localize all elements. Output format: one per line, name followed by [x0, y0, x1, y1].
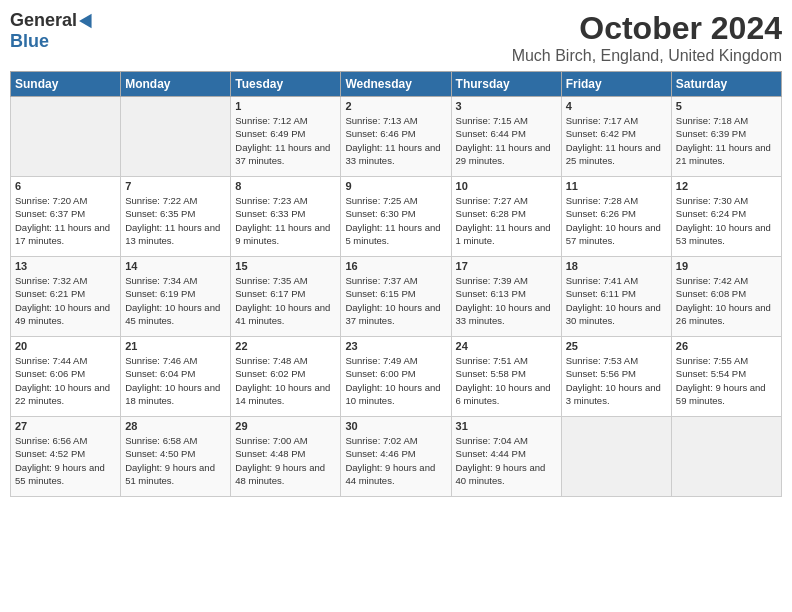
day-number: 26 — [676, 340, 777, 352]
day-number: 23 — [345, 340, 446, 352]
calendar-cell: 9Sunrise: 7:25 AMSunset: 6:30 PMDaylight… — [341, 177, 451, 257]
day-number: 5 — [676, 100, 777, 112]
weekday-header-wednesday: Wednesday — [341, 72, 451, 97]
calendar-cell: 23Sunrise: 7:49 AMSunset: 6:00 PMDayligh… — [341, 337, 451, 417]
day-details: Sunrise: 7:17 AMSunset: 6:42 PMDaylight:… — [566, 114, 667, 167]
calendar-cell: 18Sunrise: 7:41 AMSunset: 6:11 PMDayligh… — [561, 257, 671, 337]
day-number: 12 — [676, 180, 777, 192]
weekday-header-sunday: Sunday — [11, 72, 121, 97]
day-details: Sunrise: 7:27 AMSunset: 6:28 PMDaylight:… — [456, 194, 557, 247]
day-details: Sunrise: 7:55 AMSunset: 5:54 PMDaylight:… — [676, 354, 777, 407]
day-number: 28 — [125, 420, 226, 432]
day-number: 16 — [345, 260, 446, 272]
calendar-cell: 13Sunrise: 7:32 AMSunset: 6:21 PMDayligh… — [11, 257, 121, 337]
day-number: 11 — [566, 180, 667, 192]
day-number: 21 — [125, 340, 226, 352]
calendar-cell: 19Sunrise: 7:42 AMSunset: 6:08 PMDayligh… — [671, 257, 781, 337]
day-number: 17 — [456, 260, 557, 272]
day-number: 27 — [15, 420, 116, 432]
day-number: 4 — [566, 100, 667, 112]
calendar-cell: 28Sunrise: 6:58 AMSunset: 4:50 PMDayligh… — [121, 417, 231, 497]
day-number: 2 — [345, 100, 446, 112]
day-details: Sunrise: 7:18 AMSunset: 6:39 PMDaylight:… — [676, 114, 777, 167]
calendar-cell: 11Sunrise: 7:28 AMSunset: 6:26 PMDayligh… — [561, 177, 671, 257]
day-number: 13 — [15, 260, 116, 272]
day-number: 30 — [345, 420, 446, 432]
page-header: General Blue October 2024 Much Birch, En… — [10, 10, 782, 65]
calendar-cell: 10Sunrise: 7:27 AMSunset: 6:28 PMDayligh… — [451, 177, 561, 257]
day-number: 18 — [566, 260, 667, 272]
day-details: Sunrise: 7:13 AMSunset: 6:46 PMDaylight:… — [345, 114, 446, 167]
calendar-cell: 3Sunrise: 7:15 AMSunset: 6:44 PMDaylight… — [451, 97, 561, 177]
day-details: Sunrise: 7:37 AMSunset: 6:15 PMDaylight:… — [345, 274, 446, 327]
day-details: Sunrise: 7:04 AMSunset: 4:44 PMDaylight:… — [456, 434, 557, 487]
calendar-week-row: 20Sunrise: 7:44 AMSunset: 6:06 PMDayligh… — [11, 337, 782, 417]
calendar-cell: 24Sunrise: 7:51 AMSunset: 5:58 PMDayligh… — [451, 337, 561, 417]
calendar-cell: 31Sunrise: 7:04 AMSunset: 4:44 PMDayligh… — [451, 417, 561, 497]
calendar-cell: 29Sunrise: 7:00 AMSunset: 4:48 PMDayligh… — [231, 417, 341, 497]
day-number: 19 — [676, 260, 777, 272]
calendar-cell: 30Sunrise: 7:02 AMSunset: 4:46 PMDayligh… — [341, 417, 451, 497]
title-area: October 2024 Much Birch, England, United… — [512, 10, 782, 65]
day-details: Sunrise: 7:32 AMSunset: 6:21 PMDaylight:… — [15, 274, 116, 327]
day-details: Sunrise: 7:22 AMSunset: 6:35 PMDaylight:… — [125, 194, 226, 247]
calendar-cell — [561, 417, 671, 497]
day-details: Sunrise: 6:58 AMSunset: 4:50 PMDaylight:… — [125, 434, 226, 487]
calendar-cell: 22Sunrise: 7:48 AMSunset: 6:02 PMDayligh… — [231, 337, 341, 417]
calendar-cell: 1Sunrise: 7:12 AMSunset: 6:49 PMDaylight… — [231, 97, 341, 177]
logo-blue-text: Blue — [10, 31, 49, 51]
day-details: Sunrise: 6:56 AMSunset: 4:52 PMDaylight:… — [15, 434, 116, 487]
calendar-cell — [121, 97, 231, 177]
calendar-week-row: 27Sunrise: 6:56 AMSunset: 4:52 PMDayligh… — [11, 417, 782, 497]
calendar-cell: 16Sunrise: 7:37 AMSunset: 6:15 PMDayligh… — [341, 257, 451, 337]
calendar-location: Much Birch, England, United Kingdom — [512, 47, 782, 65]
calendar-title: October 2024 — [512, 10, 782, 47]
day-details: Sunrise: 7:53 AMSunset: 5:56 PMDaylight:… — [566, 354, 667, 407]
logo-general-text: General — [10, 10, 77, 31]
calendar-cell: 26Sunrise: 7:55 AMSunset: 5:54 PMDayligh… — [671, 337, 781, 417]
logo-icon — [79, 11, 97, 29]
svg-marker-0 — [79, 11, 97, 28]
day-number: 6 — [15, 180, 116, 192]
day-number: 3 — [456, 100, 557, 112]
day-details: Sunrise: 7:49 AMSunset: 6:00 PMDaylight:… — [345, 354, 446, 407]
day-number: 10 — [456, 180, 557, 192]
day-details: Sunrise: 7:34 AMSunset: 6:19 PMDaylight:… — [125, 274, 226, 327]
day-number: 8 — [235, 180, 336, 192]
day-number: 9 — [345, 180, 446, 192]
weekday-header-thursday: Thursday — [451, 72, 561, 97]
day-details: Sunrise: 7:00 AMSunset: 4:48 PMDaylight:… — [235, 434, 336, 487]
day-number: 31 — [456, 420, 557, 432]
weekday-header-tuesday: Tuesday — [231, 72, 341, 97]
weekday-header-monday: Monday — [121, 72, 231, 97]
day-number: 20 — [15, 340, 116, 352]
calendar-cell — [11, 97, 121, 177]
calendar-cell: 21Sunrise: 7:46 AMSunset: 6:04 PMDayligh… — [121, 337, 231, 417]
day-details: Sunrise: 7:23 AMSunset: 6:33 PMDaylight:… — [235, 194, 336, 247]
calendar-cell: 2Sunrise: 7:13 AMSunset: 6:46 PMDaylight… — [341, 97, 451, 177]
calendar-week-row: 6Sunrise: 7:20 AMSunset: 6:37 PMDaylight… — [11, 177, 782, 257]
weekday-header-saturday: Saturday — [671, 72, 781, 97]
day-number: 1 — [235, 100, 336, 112]
calendar-cell: 25Sunrise: 7:53 AMSunset: 5:56 PMDayligh… — [561, 337, 671, 417]
calendar-cell: 8Sunrise: 7:23 AMSunset: 6:33 PMDaylight… — [231, 177, 341, 257]
calendar-cell: 5Sunrise: 7:18 AMSunset: 6:39 PMDaylight… — [671, 97, 781, 177]
calendar-cell: 4Sunrise: 7:17 AMSunset: 6:42 PMDaylight… — [561, 97, 671, 177]
calendar-cell: 6Sunrise: 7:20 AMSunset: 6:37 PMDaylight… — [11, 177, 121, 257]
calendar-cell — [671, 417, 781, 497]
day-details: Sunrise: 7:12 AMSunset: 6:49 PMDaylight:… — [235, 114, 336, 167]
day-details: Sunrise: 7:44 AMSunset: 6:06 PMDaylight:… — [15, 354, 116, 407]
day-details: Sunrise: 7:39 AMSunset: 6:13 PMDaylight:… — [456, 274, 557, 327]
calendar-cell: 7Sunrise: 7:22 AMSunset: 6:35 PMDaylight… — [121, 177, 231, 257]
calendar-week-row: 1Sunrise: 7:12 AMSunset: 6:49 PMDaylight… — [11, 97, 782, 177]
day-details: Sunrise: 7:25 AMSunset: 6:30 PMDaylight:… — [345, 194, 446, 247]
calendar-cell: 27Sunrise: 6:56 AMSunset: 4:52 PMDayligh… — [11, 417, 121, 497]
day-details: Sunrise: 7:42 AMSunset: 6:08 PMDaylight:… — [676, 274, 777, 327]
weekday-header-row: SundayMondayTuesdayWednesdayThursdayFrid… — [11, 72, 782, 97]
day-details: Sunrise: 7:46 AMSunset: 6:04 PMDaylight:… — [125, 354, 226, 407]
calendar-cell: 17Sunrise: 7:39 AMSunset: 6:13 PMDayligh… — [451, 257, 561, 337]
day-details: Sunrise: 7:41 AMSunset: 6:11 PMDaylight:… — [566, 274, 667, 327]
calendar-cell: 12Sunrise: 7:30 AMSunset: 6:24 PMDayligh… — [671, 177, 781, 257]
day-details: Sunrise: 7:35 AMSunset: 6:17 PMDaylight:… — [235, 274, 336, 327]
day-number: 14 — [125, 260, 226, 272]
